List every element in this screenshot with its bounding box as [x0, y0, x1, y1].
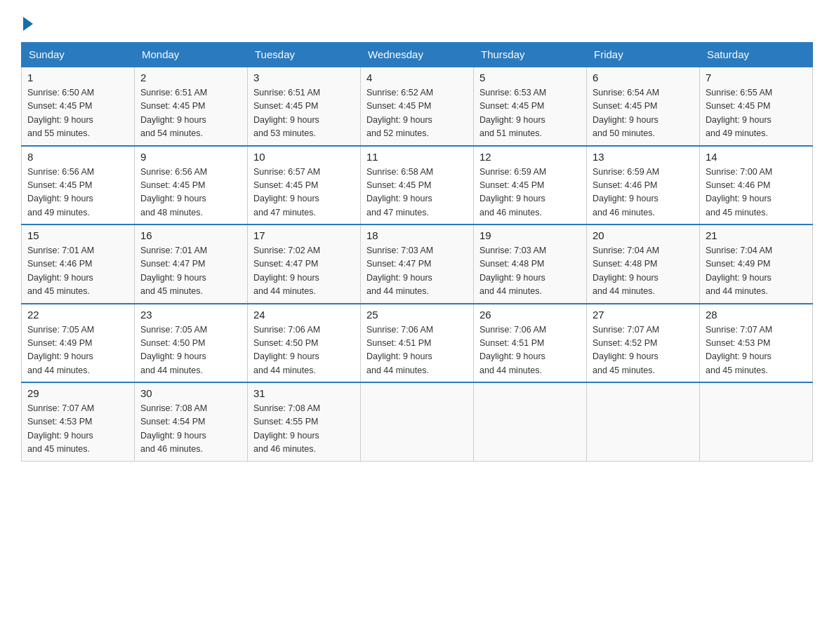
day-number: 19 — [479, 229, 581, 241]
logo — [21, 14, 33, 28]
calendar-cell: 19 Sunrise: 7:03 AMSunset: 4:48 PMDaylig… — [474, 224, 587, 304]
calendar-header-row: SundayMondayTuesdayWednesdayThursdayFrid… — [22, 43, 813, 67]
day-number: 26 — [479, 309, 581, 321]
week-row-1: 1 Sunrise: 6:50 AMSunset: 4:45 PMDayligh… — [22, 67, 813, 146]
day-number: 15 — [27, 229, 128, 241]
day-info: Sunrise: 7:00 AMSunset: 4:46 PMDaylight:… — [706, 166, 807, 220]
calendar-cell: 11 Sunrise: 6:58 AMSunset: 4:45 PMDaylig… — [361, 146, 474, 225]
calendar-cell: 18 Sunrise: 7:03 AMSunset: 4:47 PMDaylig… — [361, 224, 474, 304]
day-info: Sunrise: 6:58 AMSunset: 4:45 PMDaylight:… — [366, 166, 468, 220]
week-row-5: 29 Sunrise: 7:07 AMSunset: 4:53 PMDaylig… — [22, 382, 813, 461]
day-number: 30 — [140, 387, 241, 399]
day-number: 29 — [27, 387, 128, 399]
col-header-wednesday: Wednesday — [361, 43, 474, 67]
calendar-cell — [700, 382, 813, 461]
calendar-cell: 5 Sunrise: 6:53 AMSunset: 4:45 PMDayligh… — [474, 67, 587, 146]
day-info: Sunrise: 7:02 AMSunset: 4:47 PMDaylight:… — [253, 244, 355, 299]
calendar-cell — [587, 382, 700, 461]
day-number: 13 — [593, 151, 694, 163]
col-header-friday: Friday — [587, 43, 700, 67]
calendar-cell: 13 Sunrise: 6:59 AMSunset: 4:46 PMDaylig… — [587, 146, 700, 225]
calendar-cell: 9 Sunrise: 6:56 AMSunset: 4:45 PMDayligh… — [135, 146, 248, 225]
calendar-cell: 26 Sunrise: 7:06 AMSunset: 4:51 PMDaylig… — [474, 304, 587, 383]
day-number: 9 — [140, 151, 241, 163]
day-number: 3 — [253, 72, 355, 83]
calendar-cell: 8 Sunrise: 6:56 AMSunset: 4:45 PMDayligh… — [22, 146, 135, 225]
week-row-2: 8 Sunrise: 6:56 AMSunset: 4:45 PMDayligh… — [22, 146, 813, 225]
day-info: Sunrise: 6:56 AMSunset: 4:45 PMDaylight:… — [27, 166, 128, 220]
calendar-cell: 27 Sunrise: 7:07 AMSunset: 4:52 PMDaylig… — [587, 304, 700, 383]
week-row-4: 22 Sunrise: 7:05 AMSunset: 4:49 PMDaylig… — [22, 304, 813, 383]
calendar-cell — [474, 382, 587, 461]
calendar-cell: 3 Sunrise: 6:51 AMSunset: 4:45 PMDayligh… — [248, 67, 361, 146]
day-number: 14 — [706, 151, 807, 163]
day-info: Sunrise: 6:59 AMSunset: 4:45 PMDaylight:… — [479, 166, 581, 220]
day-info: Sunrise: 6:50 AMSunset: 4:45 PMDaylight:… — [27, 86, 128, 141]
calendar-cell: 17 Sunrise: 7:02 AMSunset: 4:47 PMDaylig… — [248, 224, 361, 304]
day-number: 8 — [27, 151, 128, 163]
calendar-cell: 6 Sunrise: 6:54 AMSunset: 4:45 PMDayligh… — [587, 67, 700, 146]
day-info: Sunrise: 7:05 AMSunset: 4:50 PMDaylight:… — [140, 323, 241, 378]
day-number: 6 — [593, 72, 694, 83]
calendar-cell: 14 Sunrise: 7:00 AMSunset: 4:46 PMDaylig… — [700, 146, 813, 225]
day-number: 10 — [253, 151, 355, 163]
day-number: 25 — [366, 309, 468, 321]
calendar-cell: 7 Sunrise: 6:55 AMSunset: 4:45 PMDayligh… — [700, 67, 813, 146]
calendar-cell: 1 Sunrise: 6:50 AMSunset: 4:45 PMDayligh… — [22, 67, 135, 146]
calendar-cell: 20 Sunrise: 7:04 AMSunset: 4:48 PMDaylig… — [587, 224, 700, 304]
col-header-monday: Monday — [135, 43, 248, 67]
calendar-cell: 10 Sunrise: 6:57 AMSunset: 4:45 PMDaylig… — [248, 146, 361, 225]
logo-arrow-icon — [23, 17, 33, 31]
calendar-cell: 15 Sunrise: 7:01 AMSunset: 4:46 PMDaylig… — [22, 224, 135, 304]
day-number: 7 — [706, 72, 807, 83]
calendar-cell — [361, 382, 474, 461]
day-info: Sunrise: 7:05 AMSunset: 4:49 PMDaylight:… — [27, 323, 128, 378]
day-info: Sunrise: 6:53 AMSunset: 4:45 PMDaylight:… — [479, 86, 581, 141]
day-number: 23 — [140, 309, 241, 321]
page-header — [21, 14, 813, 28]
calendar-cell: 29 Sunrise: 7:07 AMSunset: 4:53 PMDaylig… — [22, 382, 135, 461]
day-info: Sunrise: 6:59 AMSunset: 4:46 PMDaylight:… — [593, 166, 694, 220]
week-row-3: 15 Sunrise: 7:01 AMSunset: 4:46 PMDaylig… — [22, 224, 813, 304]
calendar-cell: 25 Sunrise: 7:06 AMSunset: 4:51 PMDaylig… — [361, 304, 474, 383]
day-info: Sunrise: 7:07 AMSunset: 4:52 PMDaylight:… — [593, 323, 694, 378]
calendar-cell: 16 Sunrise: 7:01 AMSunset: 4:47 PMDaylig… — [135, 224, 248, 304]
day-info: Sunrise: 6:51 AMSunset: 4:45 PMDaylight:… — [253, 86, 355, 141]
col-header-sunday: Sunday — [22, 43, 135, 67]
day-info: Sunrise: 7:04 AMSunset: 4:49 PMDaylight:… — [706, 244, 807, 299]
day-info: Sunrise: 6:55 AMSunset: 4:45 PMDaylight:… — [706, 86, 807, 141]
calendar-cell: 22 Sunrise: 7:05 AMSunset: 4:49 PMDaylig… — [22, 304, 135, 383]
day-info: Sunrise: 7:06 AMSunset: 4:51 PMDaylight:… — [366, 323, 468, 378]
day-number: 20 — [593, 229, 694, 241]
day-number: 17 — [253, 229, 355, 241]
day-number: 2 — [140, 72, 241, 83]
day-info: Sunrise: 7:03 AMSunset: 4:47 PMDaylight:… — [366, 244, 468, 299]
calendar-cell: 28 Sunrise: 7:07 AMSunset: 4:53 PMDaylig… — [700, 304, 813, 383]
calendar-cell: 24 Sunrise: 7:06 AMSunset: 4:50 PMDaylig… — [248, 304, 361, 383]
day-number: 22 — [27, 309, 128, 321]
day-info: Sunrise: 7:03 AMSunset: 4:48 PMDaylight:… — [479, 244, 581, 299]
day-info: Sunrise: 6:51 AMSunset: 4:45 PMDaylight:… — [140, 86, 241, 141]
calendar-cell: 23 Sunrise: 7:05 AMSunset: 4:50 PMDaylig… — [135, 304, 248, 383]
day-info: Sunrise: 7:08 AMSunset: 4:55 PMDaylight:… — [253, 402, 355, 457]
col-header-saturday: Saturday — [700, 43, 813, 67]
day-number: 28 — [706, 309, 807, 321]
day-info: Sunrise: 7:04 AMSunset: 4:48 PMDaylight:… — [593, 244, 694, 299]
day-number: 1 — [27, 72, 128, 83]
calendar-table: SundayMondayTuesdayWednesdayThursdayFrid… — [21, 42, 813, 462]
calendar-cell: 4 Sunrise: 6:52 AMSunset: 4:45 PMDayligh… — [361, 67, 474, 146]
calendar-cell: 2 Sunrise: 6:51 AMSunset: 4:45 PMDayligh… — [135, 67, 248, 146]
day-info: Sunrise: 6:56 AMSunset: 4:45 PMDaylight:… — [140, 166, 241, 220]
day-number: 5 — [479, 72, 581, 83]
day-info: Sunrise: 7:06 AMSunset: 4:51 PMDaylight:… — [479, 323, 581, 378]
day-info: Sunrise: 7:01 AMSunset: 4:46 PMDaylight:… — [27, 244, 128, 299]
col-header-tuesday: Tuesday — [248, 43, 361, 67]
day-info: Sunrise: 7:08 AMSunset: 4:54 PMDaylight:… — [140, 402, 241, 457]
day-number: 31 — [253, 387, 355, 399]
day-info: Sunrise: 6:54 AMSunset: 4:45 PMDaylight:… — [593, 86, 694, 141]
day-info: Sunrise: 6:57 AMSunset: 4:45 PMDaylight:… — [253, 166, 355, 220]
col-header-thursday: Thursday — [474, 43, 587, 67]
day-number: 16 — [140, 229, 241, 241]
day-number: 18 — [366, 229, 468, 241]
day-number: 11 — [366, 151, 468, 163]
